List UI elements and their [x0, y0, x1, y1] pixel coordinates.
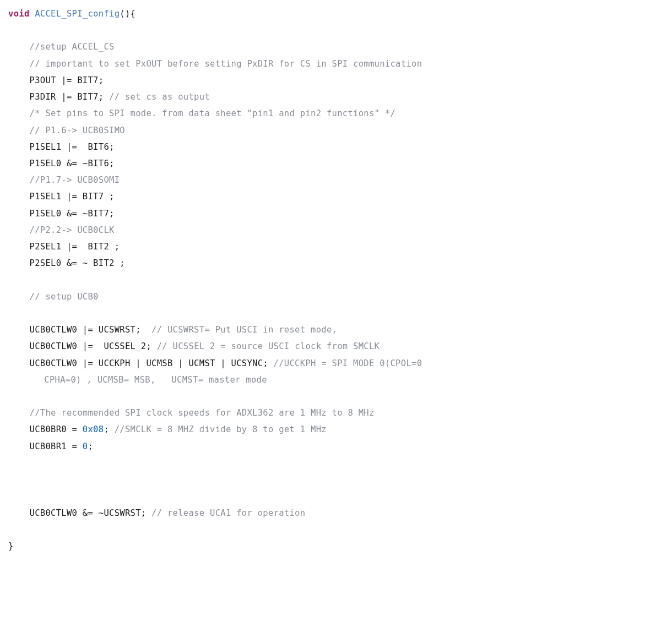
- code-line: P3DIR |= BIT7;: [30, 92, 109, 102]
- comment: // release UCA1 for operation: [151, 508, 305, 518]
- number-literal: 0: [83, 442, 88, 451]
- punct: (){: [120, 9, 136, 19]
- comment: // UCSWRST= Put USCI in reset mode,: [151, 325, 337, 335]
- code-line: UCB0CTLW0 |= UCSSEL_2;: [30, 341, 157, 351]
- comment: // set cs as output: [109, 92, 210, 102]
- code-line: ;: [88, 442, 94, 451]
- comment: //The recommended SPI clock speeds for A…: [30, 408, 375, 418]
- code-line: UCB0CTLW0 &= ~UCSWRST;: [30, 508, 152, 518]
- number-literal: 0x08: [83, 424, 104, 434]
- code-block: void ACCEL_SPI_config(){ //setup ACCEL_C…: [8, 6, 664, 554]
- code-line: UCB0CTLW0 |= UCSWRST;: [30, 325, 152, 335]
- code-line: ;: [104, 424, 114, 434]
- comment: // UCSSEL_2 = source USCI clock from SMC…: [157, 341, 380, 351]
- comment: // important to set PxOUT before setting…: [30, 59, 422, 69]
- function-name: ACCEL_SPI_config: [35, 9, 120, 19]
- comment: //SMCLK = 8 MHZ divide by 8 to get 1 MHz: [115, 424, 327, 434]
- comment: // setup UCB0: [30, 292, 99, 302]
- comment: /* Set pins to SPI mode. from data sheet…: [30, 108, 396, 118]
- code-line: P2SEL0 &= ~ BIT2 ;: [30, 258, 125, 268]
- code-line: P1SEL1 |= BIT7 ;: [30, 192, 115, 201]
- comment: // P1.6-> UCB0SIMO: [30, 126, 125, 135]
- code-line: P3OUT |= BIT7;: [30, 75, 104, 85]
- comment: //setup ACCEL_CS: [30, 42, 115, 52]
- comment: //P2.2-> UCB0CLK: [30, 225, 115, 235]
- comment: //UCCKPH = SPI MODE 0(CPOL=0: [274, 358, 427, 368]
- code-line: UCB0BR0 =: [30, 424, 83, 434]
- code-line: P1SEL1 |= BIT6;: [30, 142, 115, 152]
- closing-brace: }: [8, 541, 14, 551]
- code-line: P1SEL0 &= ~BIT6;: [30, 159, 115, 168]
- keyword-void: void: [8, 9, 30, 19]
- code-line: P1SEL0 &= ~BIT7;: [30, 209, 115, 219]
- comment-wrap: CPHA=0) , UCMSB= MSB, UCMST= master mode: [44, 375, 267, 385]
- code-line: UCB0BR1 =: [30, 442, 83, 451]
- code-line: UCB0CTLW0 |= UCCKPH | UCMSB | UCMST | UC…: [30, 358, 274, 368]
- comment: //P1.7-> UCB0SOMI: [30, 175, 120, 185]
- code-line: P2SEL1 |= BIT2 ;: [30, 242, 120, 252]
